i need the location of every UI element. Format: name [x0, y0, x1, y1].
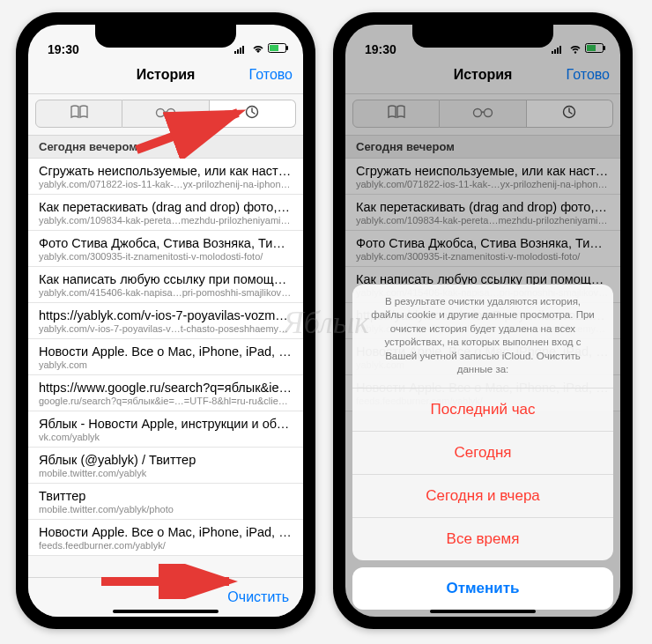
clear-all-time-button[interactable]: Все время — [352, 518, 613, 560]
item-url: yablyk.com/109834-kak-pereta…mezhdu-pril… — [39, 215, 293, 226]
list-item[interactable]: Как перетаскивать (drag and drop) фото, … — [28, 195, 303, 231]
item-title: Сгружать неиспользуемые, или как настрои… — [39, 164, 293, 178]
svg-point-7 — [156, 109, 164, 117]
list-item[interactable]: Фото Стива Джобса, Стива Возняка, Тима К… — [28, 231, 303, 267]
nav-header: История Готово — [28, 58, 303, 94]
list-item[interactable]: https://www.google.ru/search?q=яблык&ie=… — [28, 375, 303, 411]
svg-rect-0 — [234, 51, 236, 54]
cancel-button[interactable]: Отменить — [352, 567, 613, 610]
item-url: yablyk.com — [39, 359, 293, 370]
svg-point-8 — [167, 109, 174, 117]
clear-last-hour-button[interactable]: Последний час — [352, 389, 613, 432]
canvas: 19:30 История Готово — [0, 0, 652, 644]
item-url: google.ru/search?q=яблык&ie=…=UTF-8&hl=r… — [39, 396, 293, 406]
done-button[interactable]: Готово — [249, 67, 293, 83]
book-icon — [70, 105, 88, 122]
item-url: vk.com/yablyk — [39, 432, 293, 442]
item-url: yablyk.com/300935-it-znamenitosti-v-molo… — [39, 251, 293, 262]
list-item[interactable]: Твиттерmobile.twitter.com/yablyk/photo — [28, 484, 303, 520]
sheet-message: В результате очистки удаляются история, … — [352, 285, 613, 389]
svg-rect-2 — [240, 48, 241, 54]
tab-bookmarks[interactable] — [35, 100, 122, 128]
item-url: yablyk.com/071822-ios-11-kak-…yx-prilozh… — [39, 179, 293, 189]
signal-icon — [234, 42, 248, 56]
svg-rect-1 — [237, 49, 239, 54]
screen-right: 19:30 История Готово Сегодня вечером Сгр… — [345, 25, 620, 617]
home-indicator — [430, 610, 536, 613]
item-url: mobile.twitter.com/yablyk — [39, 468, 293, 478]
status-time: 19:30 — [48, 42, 79, 56]
section-header: Сегодня вечером — [28, 136, 303, 159]
list-item[interactable]: Новости Apple. Все о Mac, iPhone, iPad, … — [28, 520, 303, 556]
item-title: Новости Apple. Все о Mac, iPhone, iPad, … — [39, 344, 293, 359]
home-indicator — [113, 610, 219, 613]
clear-button[interactable]: Очистить — [227, 589, 289, 605]
sheet-group: В результате очистки удаляются история, … — [352, 285, 613, 560]
item-title: Фото Стива Джобса, Стива Возняка, Тима К… — [39, 236, 293, 250]
screen-left: 19:30 История Готово — [28, 25, 303, 617]
phone-left: 19:30 История Готово — [16, 12, 315, 629]
item-title: Твиттер — [39, 489, 293, 503]
list-item[interactable]: Новости Apple. Все о Mac, iPhone, iPad, … — [28, 339, 303, 375]
item-title: Новости Apple. Все о Mac, iPhone, iPad, … — [39, 525, 293, 539]
status-icons — [234, 42, 289, 56]
history-list[interactable]: Сгружать неиспользуемые, или как настрои… — [28, 159, 303, 556]
svg-rect-5 — [270, 45, 278, 51]
clock-icon — [245, 105, 259, 122]
clear-today-button[interactable]: Сегодня — [352, 432, 613, 475]
phone-right: 19:30 История Готово Сегодня вечером Сгр… — [333, 12, 633, 629]
clear-today-yesterday-button[interactable]: Сегодня и вчера — [352, 475, 613, 518]
item-title: Как перетаскивать (drag and drop) фото, … — [39, 200, 293, 214]
battery-icon — [268, 42, 289, 56]
list-item[interactable]: Сгружать неиспользуемые, или как настрои… — [28, 159, 303, 195]
item-title: https://www.google.ru/search?q=яблык&ie=… — [39, 381, 293, 395]
segmented-control[interactable] — [28, 94, 303, 136]
item-title: Яблык (@yablyk) / Твиттер — [39, 453, 293, 467]
wifi-icon — [252, 42, 264, 56]
tab-history[interactable] — [210, 100, 296, 128]
item-url: mobile.twitter.com/yablyk/photo — [39, 504, 293, 514]
svg-rect-6 — [286, 46, 288, 50]
svg-rect-3 — [242, 46, 244, 54]
notch — [412, 25, 553, 48]
tab-readinglist[interactable] — [122, 100, 209, 128]
item-title: Яблык - Новости Apple, инструкции и обзо… — [39, 417, 293, 431]
list-item[interactable]: Как написать любую ссылку при помощи см…… — [28, 267, 303, 303]
item-title: Как написать любую ссылку при помощи см… — [39, 272, 293, 286]
item-url: feeds.feedburner.com/yablyk/ — [39, 540, 293, 551]
item-url: yablyk.com/v-ios-7-poyavilas-v…t-chasto-… — [39, 323, 293, 334]
item-url: yablyk.com/415406-kak-napisa…pri-pomoshh… — [39, 287, 293, 298]
glasses-icon — [155, 106, 176, 122]
item-title: https://yablyk.com/v-ios-7-poyavilas-voz… — [39, 308, 293, 322]
action-sheet: В результате очистки удаляются история, … — [352, 285, 613, 610]
notch — [95, 25, 236, 48]
list-item[interactable]: Яблык - Новости Apple, инструкции и обзо… — [28, 411, 303, 448]
list-item[interactable]: Яблык (@yablyk) / Твиттерmobile.twitter.… — [28, 448, 303, 484]
list-item[interactable]: https://yablyk.com/v-ios-7-poyavilas-voz… — [28, 303, 303, 339]
